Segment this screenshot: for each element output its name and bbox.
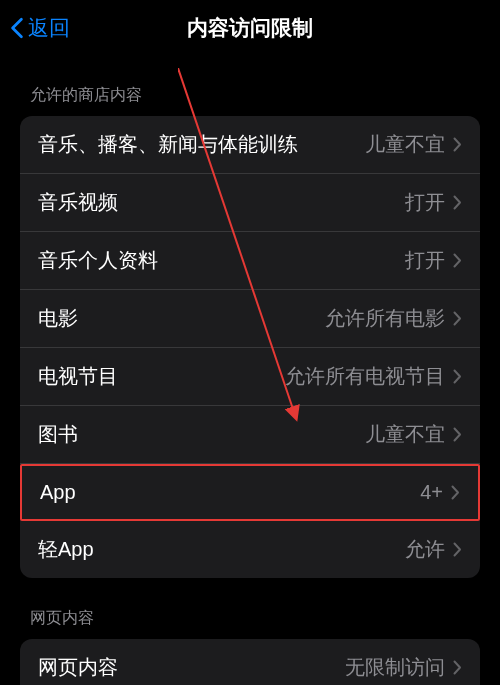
row-tv-shows[interactable]: 电视节目 允许所有电视节目 <box>20 348 480 406</box>
row-right: 允许所有电视节目 <box>285 363 462 390</box>
navigation-header: 返回 内容访问限制 <box>0 0 500 55</box>
row-right: 儿童不宜 <box>365 421 462 448</box>
row-value: 无限制访问 <box>345 654 445 681</box>
page-title: 内容访问限制 <box>187 14 313 42</box>
row-right: 4+ <box>420 481 460 504</box>
row-label: 电影 <box>38 305 78 332</box>
row-label: 网页内容 <box>38 654 118 681</box>
row-value: 允许所有电视节目 <box>285 363 445 390</box>
row-label: 电视节目 <box>38 363 118 390</box>
chevron-right-icon <box>451 485 460 500</box>
row-right: 允许 <box>405 536 462 563</box>
row-app-clips[interactable]: 轻App 允许 <box>20 521 480 578</box>
row-music-profile[interactable]: 音乐个人资料 打开 <box>20 232 480 290</box>
chevron-left-icon <box>10 17 24 39</box>
row-web-content[interactable]: 网页内容 无限制访问 <box>20 639 480 685</box>
row-books[interactable]: 图书 儿童不宜 <box>20 406 480 464</box>
section-header-web: 网页内容 <box>0 578 500 639</box>
chevron-right-icon <box>453 311 462 326</box>
row-value: 打开 <box>405 189 445 216</box>
back-button[interactable]: 返回 <box>10 14 70 42</box>
row-label: 图书 <box>38 421 78 448</box>
row-label: 音乐个人资料 <box>38 247 158 274</box>
row-value: 打开 <box>405 247 445 274</box>
section-group-web: 网页内容 无限制访问 <box>20 639 480 685</box>
back-label: 返回 <box>28 14 70 42</box>
row-right: 儿童不宜 <box>365 131 462 158</box>
row-movies[interactable]: 电影 允许所有电影 <box>20 290 480 348</box>
row-label: App <box>40 481 76 504</box>
row-value: 允许所有电影 <box>325 305 445 332</box>
row-label: 音乐视频 <box>38 189 118 216</box>
row-value: 允许 <box>405 536 445 563</box>
row-label: 音乐、播客、新闻与体能训练 <box>38 131 298 158</box>
chevron-right-icon <box>453 369 462 384</box>
row-app[interactable]: App 4+ <box>20 464 480 521</box>
chevron-right-icon <box>453 195 462 210</box>
section-header-store: 允许的商店内容 <box>0 55 500 116</box>
row-right: 无限制访问 <box>345 654 462 681</box>
row-value: 4+ <box>420 481 443 504</box>
chevron-right-icon <box>453 253 462 268</box>
row-right: 打开 <box>405 189 462 216</box>
row-music-video[interactable]: 音乐视频 打开 <box>20 174 480 232</box>
row-value: 儿童不宜 <box>365 131 445 158</box>
row-right: 允许所有电影 <box>325 305 462 332</box>
chevron-right-icon <box>453 542 462 557</box>
chevron-right-icon <box>453 660 462 675</box>
content-area: 允许的商店内容 音乐、播客、新闻与体能训练 儿童不宜 音乐视频 打开 音乐个人资… <box>0 55 500 685</box>
row-right: 打开 <box>405 247 462 274</box>
row-label: 轻App <box>38 536 94 563</box>
chevron-right-icon <box>453 137 462 152</box>
row-music-podcasts[interactable]: 音乐、播客、新闻与体能训练 儿童不宜 <box>20 116 480 174</box>
chevron-right-icon <box>453 427 462 442</box>
row-value: 儿童不宜 <box>365 421 445 448</box>
section-group-store: 音乐、播客、新闻与体能训练 儿童不宜 音乐视频 打开 音乐个人资料 打开 电影 … <box>20 116 480 578</box>
